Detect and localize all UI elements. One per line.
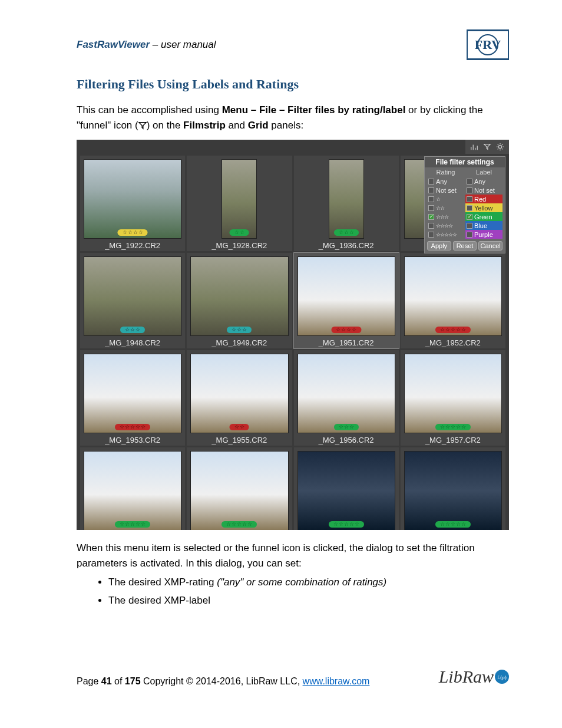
thumbnail-image: ☆☆☆☆☆ <box>84 451 181 530</box>
rating-badge: ☆☆☆☆ <box>118 229 148 236</box>
star-icon: ☆ <box>135 522 140 527</box>
star-icon: ☆ <box>141 522 146 527</box>
star-icon: ☆ <box>237 522 242 527</box>
rating-notset[interactable]: Not set <box>427 186 464 195</box>
thumbnail-filename: _MG_1957.CR2 <box>425 436 481 444</box>
rating-badge: ☆☆☆ <box>120 327 145 333</box>
star-icon: ☆ <box>461 522 466 527</box>
star-icon: ☆ <box>339 230 343 235</box>
rating-3[interactable]: ☆☆☆ <box>427 212 464 221</box>
rating-badge: ☆☆☆☆ <box>331 327 361 333</box>
rating-2[interactable]: ☆☆ <box>427 203 464 212</box>
thumbnail-filename: _MG_1956.CR2 <box>319 436 374 444</box>
filter-reset-button[interactable]: Reset <box>453 241 477 251</box>
thumbnail-cell[interactable]: ☆☆☆_MG_1956.CR2 <box>294 350 399 446</box>
bullet-1-italic: ("any" or some combination of ratings) <box>217 577 386 588</box>
thumbnail-cell[interactable]: ☆☆_MG_1928.CR2 <box>187 156 292 251</box>
section-heading: Filtering Files Using Labels and Ratings <box>77 77 509 92</box>
star-icon: ☆ <box>123 230 127 235</box>
rating-5[interactable]: ☆☆☆☆☆ <box>427 230 464 239</box>
star-icon: ☆ <box>440 424 445 430</box>
star-icon: ☆ <box>232 522 236 527</box>
bullet-2: The desired XMP-label <box>108 592 509 610</box>
star-icon: ☆ <box>240 424 244 430</box>
intro-text-1: This can be accomplished using <box>77 104 222 116</box>
label-red[interactable]: Red <box>465 195 503 203</box>
post-paragraph: When this menu item is selected or the f… <box>77 541 509 571</box>
funnel-filter-icon[interactable] <box>482 141 492 152</box>
footer-copyright: Copyright © 2014-2016, LibRaw LLC, <box>141 676 303 686</box>
thumbnail-cell[interactable]: ☆☆_MG_1955.CR2 <box>187 350 292 446</box>
filter-label-column: Label Any Not set Red Yellow Green Blue … <box>465 169 503 239</box>
thumbnail-filename: _MG_1936.CR2 <box>319 241 374 250</box>
thumbnail-filename: _MG_1951.CR2 <box>319 338 374 347</box>
file-filter-popup: File filter settings Rating Any Not set … <box>424 156 505 253</box>
product-name: FastRawViewer <box>77 39 150 50</box>
thumbnail-filename: _MG_1953.CR2 <box>105 436 160 444</box>
intro-paragraph: This can be accomplished using Menu – Fi… <box>77 103 509 134</box>
thumbnail-cell[interactable]: ☆☆☆☆☆_MG_1962.CR2 <box>187 447 292 530</box>
thumbnail-image: ☆☆☆☆☆ <box>404 256 502 336</box>
thumbnail-image: ☆☆☆☆ <box>297 256 395 336</box>
thumbnail-cell[interactable]: ☆☆☆☆☆_MG_1953.CR2 <box>80 350 185 446</box>
rating-badge: ☆☆☆☆☆ <box>435 521 471 528</box>
star-icon: ☆ <box>125 424 130 430</box>
thumbnail-cell[interactable]: ☆☆☆_MG_1948.CR2 <box>80 253 185 348</box>
star-icon: ☆ <box>456 327 461 332</box>
thumbnail-cell[interactable]: ☆☆☆☆☆_MG_1965.CR2 <box>401 447 505 530</box>
thumbnail-cell[interactable]: ☆☆☆☆☆_MG_1964.CR2 <box>294 447 399 530</box>
star-icon: ☆ <box>346 327 351 332</box>
libraw-badge-icon: f.(p) <box>495 670 509 684</box>
thumbnail-image: ☆☆☆☆ <box>84 159 181 239</box>
filter-popup-title: File filter settings <box>425 157 505 167</box>
thumbnail-cell[interactable]: ☆☆☆☆☆_MG_1957.CR2 <box>401 350 505 446</box>
star-icon: ☆ <box>125 327 130 332</box>
star-icon: ☆ <box>141 424 146 430</box>
thumbnail-cell[interactable]: ☆☆☆_MG_1949.CR2 <box>187 253 292 348</box>
thumbnail-cell[interactable]: ☆☆☆☆_MG_1951.CR2 <box>294 253 399 348</box>
thumbnail-cell[interactable]: ☆☆☆☆_MG_1922.CR2 <box>80 156 185 251</box>
thumbnail-image: ☆☆ <box>190 354 288 433</box>
label-any[interactable]: Any <box>465 177 503 186</box>
star-icon: ☆ <box>234 424 239 430</box>
rating-4[interactable]: ☆☆☆☆ <box>427 221 464 230</box>
thumbnail-image: ☆☆☆☆☆ <box>84 354 181 433</box>
libraw-logo: LibRaw f.(p) <box>439 667 509 687</box>
star-icon: ☆ <box>242 522 247 527</box>
bullet-list: The desired XMP-rating ("any" or some co… <box>108 574 509 610</box>
footer-page-num: 41 <box>101 676 112 686</box>
thumbnail-cell[interactable]: ☆☆☆_MG_1936.CR2 <box>294 156 399 251</box>
label-purple[interactable]: Purple <box>465 230 503 239</box>
label-yellow[interactable]: Yellow <box>465 203 503 212</box>
star-icon: ☆ <box>456 522 461 527</box>
rating-badge: ☆☆☆☆☆ <box>329 521 364 528</box>
histogram-icon[interactable] <box>469 141 480 152</box>
label-notset[interactable]: Not set <box>465 186 503 195</box>
label-green[interactable]: Green <box>465 212 503 221</box>
filter-cancel-button[interactable]: Cancel <box>478 241 503 251</box>
rating-1[interactable]: ☆ <box>427 195 464 203</box>
svg-marker-1 <box>484 144 491 150</box>
star-icon: ☆ <box>226 522 231 527</box>
star-icon: ☆ <box>344 230 349 235</box>
thumbnail-image: ☆☆☆☆☆ <box>404 354 502 433</box>
star-icon: ☆ <box>461 327 466 332</box>
thumbnail-cell[interactable]: ☆☆☆☆☆_MG_1961.CR2 <box>80 447 185 530</box>
star-icon: ☆ <box>130 522 135 527</box>
gear-icon[interactable] <box>495 141 505 152</box>
star-icon: ☆ <box>461 424 466 430</box>
rating-any[interactable]: Any <box>427 177 464 186</box>
svg-point-2 <box>498 145 501 148</box>
star-icon: ☆ <box>344 522 349 527</box>
star-icon: ☆ <box>135 424 140 430</box>
star-icon: ☆ <box>125 522 130 527</box>
intro-text-5: panels: <box>269 120 304 131</box>
thumbnail-cell[interactable]: ☆☆☆☆☆_MG_1952.CR2 <box>401 253 505 348</box>
star-icon: ☆ <box>339 522 343 527</box>
thumbnail-image: ☆☆☆ <box>84 256 181 336</box>
thumbnail-image: ☆☆☆☆☆ <box>297 451 395 530</box>
footer-link[interactable]: www.libraw.com <box>303 676 370 686</box>
filter-apply-button[interactable]: Apply <box>427 241 451 251</box>
label-blue[interactable]: Blue <box>465 221 503 230</box>
footer-left: Page 41 of 175 Copyright © 2014-2016, Li… <box>77 676 369 687</box>
